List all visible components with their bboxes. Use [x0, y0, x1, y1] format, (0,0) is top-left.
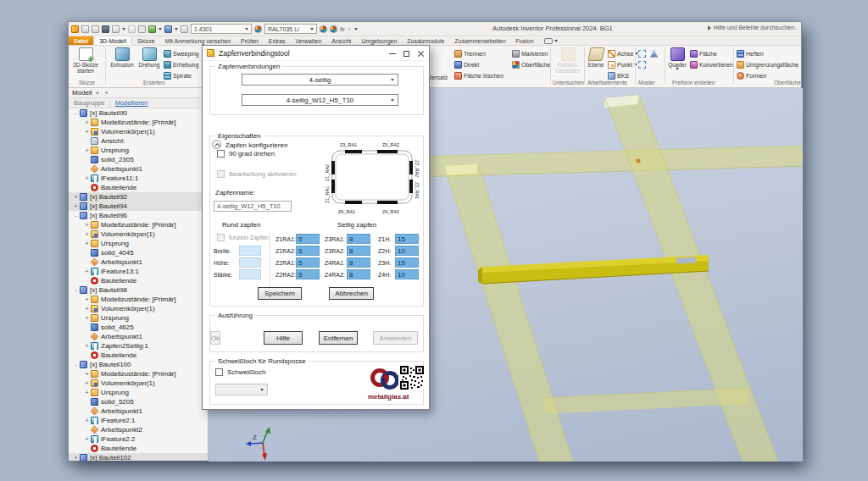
seitig-field-input[interactable]: 5	[296, 269, 320, 279]
beam-bottom-rung[interactable]	[543, 388, 748, 414]
browser-tab-modell[interactable]: Modell	[72, 89, 92, 97]
seitig-field-input[interactable]: 15	[395, 257, 419, 268]
tree-item[interactable]: +Volumenkörper(1)	[69, 127, 209, 136]
dialog-title-bar[interactable]: Zapfenverbindingstool	[203, 46, 429, 61]
tree-item[interactable]: +Volumenkörper(1)	[69, 304, 209, 313]
versatz-button[interactable]: Versatz	[428, 72, 448, 82]
tab-verwalten[interactable]: Verwalten	[291, 36, 327, 45]
seitig-field-input[interactable]: 8	[347, 269, 370, 279]
tree-expander[interactable]: +	[83, 268, 91, 274]
muster-rechteckig-button[interactable]	[638, 48, 646, 58]
tree-item[interactable]: +iFeature13:1	[69, 267, 209, 276]
extrusion-button[interactable]: Extrusion	[109, 47, 135, 79]
qat-customize-caret-icon[interactable]	[354, 28, 358, 30]
seitig-field-input[interactable]: 5	[296, 257, 320, 268]
sweeping-button[interactable]: Sweeping	[164, 48, 199, 58]
tree-expander[interactable]: +	[72, 194, 80, 200]
tab-fusion[interactable]: Fusion	[511, 36, 539, 45]
tree-expander[interactable]: -	[72, 110, 80, 116]
tree-item[interactable]: +Volumenkörper(1)	[69, 229, 209, 239]
seitig-field-input[interactable]: 8	[347, 234, 370, 244]
tree-item[interactable]: +Ursprung	[69, 388, 209, 397]
zapfenname-input[interactable]: 4-seitig_W12_H5_T10	[214, 201, 292, 212]
seitig-field-input[interactable]: 8	[347, 246, 370, 256]
muster-rund-button[interactable]	[638, 59, 646, 69]
tree-expander[interactable]: -	[72, 287, 80, 293]
tree-expander[interactable]: +	[83, 240, 91, 246]
tree-expander[interactable]: +	[83, 390, 91, 395]
tab-zusammenarbeiten[interactable]: Zusammenarbeiten	[449, 36, 510, 45]
tree-expander[interactable]: +	[83, 296, 91, 302]
color-wheel-icon[interactable]	[254, 25, 262, 33]
tree-expander[interactable]: +	[72, 455, 80, 461]
seitig-field-input[interactable]: 5	[296, 246, 320, 256]
dialog-minimize-button[interactable]	[386, 47, 398, 59]
umgrenzungsflaeche-button[interactable]: Umgrenzungsfläche	[737, 59, 798, 69]
tree-item[interactable]: Ansicht:	[69, 136, 209, 146]
tree-item[interactable]: +[x] Bauteil102	[69, 453, 209, 461]
dialog-maximize-button[interactable]	[400, 47, 413, 59]
hilfe-button[interactable]: Hilfe	[264, 331, 303, 345]
tree-item[interactable]: +Ursprung	[69, 313, 209, 323]
tree-expander[interactable]: +	[83, 315, 91, 321]
tree-item[interactable]: Arbeitspunkt1	[69, 164, 209, 174]
tree-expander[interactable]: +	[83, 129, 91, 135]
spirale-button[interactable]: Spirale	[164, 70, 192, 80]
inventor-logo-icon[interactable]	[71, 25, 79, 33]
browser-add-tab-button[interactable]: +	[104, 89, 108, 97]
adjust-icon[interactable]	[320, 25, 327, 33]
tree-item[interactable]: -[x] Bauteil90	[69, 108, 209, 118]
tree-item[interactable]: +iFeature2:1	[69, 416, 209, 425]
tab-umgebungen[interactable]: Umgebungen	[356, 36, 402, 45]
tree-expander[interactable]: +	[83, 231, 91, 237]
tree-expander[interactable]: +	[83, 222, 91, 228]
markieren-button[interactable]: Markieren	[512, 48, 548, 58]
save-icon[interactable]	[102, 25, 109, 33]
tree-item[interactable]: Bauteilende	[69, 351, 209, 360]
tree-expander[interactable]: +	[83, 436, 91, 442]
tab-mit-anmerkung-versehen[interactable]: Mit Anmerkung versehen	[160, 36, 236, 45]
heften-button[interactable]: Heften	[737, 48, 764, 58]
schweissloch-checkbox[interactable]: Schweißloch	[215, 368, 265, 376]
tree-item[interactable]: +iFeature11:1	[69, 174, 209, 183]
tree-item[interactable]: Bauteilende	[69, 276, 209, 285]
tree-expander[interactable]: +	[83, 306, 91, 312]
tab-ansicht[interactable]: Ansicht	[326, 36, 356, 45]
dialog-close-button[interactable]	[415, 47, 427, 59]
tree-item[interactable]: solid_2305	[69, 155, 209, 164]
tree-item[interactable]: +Volumenkörper(1)	[69, 379, 209, 388]
tree-item[interactable]: +Ursprung	[69, 146, 209, 155]
formen-button[interactable]: Formen	[737, 70, 766, 80]
preset-dropdown[interactable]: 4-seitig_W12_H5_T10	[242, 94, 398, 106]
mode-modellieren[interactable]: Modellieren	[115, 99, 148, 107]
tree-item[interactable]: -[x] Bauteil100	[69, 360, 209, 369]
seitig-field-input[interactable]: 10	[395, 269, 419, 279]
2d-skizze-button[interactable]: 2D-Skizze starten	[73, 47, 98, 79]
tree-item[interactable]: +Ursprung	[69, 239, 209, 248]
material-dropdown[interactable]: 1.4301	[191, 24, 252, 34]
tab-extras[interactable]: Extras	[264, 36, 291, 45]
tree-item[interactable]: +Zapfen2Seitig:1	[69, 341, 209, 351]
open-file-icon[interactable]	[92, 25, 99, 33]
tree-item[interactable]: +Modellzustände: [Primär]	[69, 295, 209, 304]
tree-item[interactable]: Arbeitspunkt1	[69, 257, 209, 267]
tree-item[interactable]: solid_5205	[69, 397, 209, 406]
qat-add-button[interactable]: +	[348, 25, 352, 33]
home-icon[interactable]	[138, 25, 146, 33]
tree-expander[interactable]: +	[83, 343, 91, 349]
tree-expander[interactable]: +	[72, 203, 80, 209]
tree-item[interactable]: +iFeature2:2	[69, 434, 209, 444]
tree-expander[interactable]: +	[83, 417, 91, 423]
erhebung-button[interactable]: Erhebung	[164, 59, 198, 69]
abbrechen-button[interactable]: Abbrechen	[329, 287, 374, 300]
tree-expander[interactable]: +	[83, 380, 91, 386]
tree-item[interactable]: Bauteilende	[69, 444, 209, 453]
new-file-icon[interactable]	[81, 25, 89, 33]
konvertieren-button[interactable]: Konvertieren	[690, 59, 733, 69]
render-icon[interactable]	[148, 25, 156, 33]
quader-button[interactable]: Quader	[666, 47, 688, 79]
ebene-button[interactable]: Ebene	[586, 47, 606, 79]
flaeche-loeschen-button[interactable]: Fläche löschen	[454, 70, 504, 80]
beam-left-rail[interactable]	[444, 164, 573, 462]
tree-expander[interactable]: +	[83, 147, 91, 153]
